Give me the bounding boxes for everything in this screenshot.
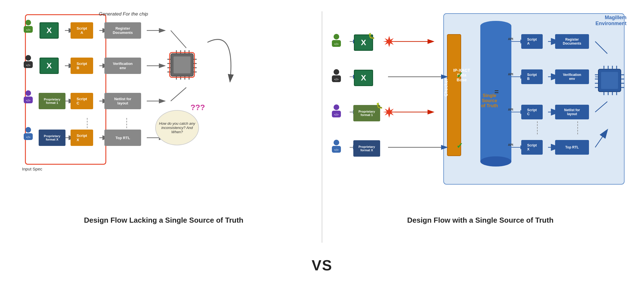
r-prop-1: Proprietaryformat 1 🐛 bbox=[353, 105, 380, 121]
r-output-verif-env: Verificationenv bbox=[555, 69, 589, 84]
r-person-2: </> bbox=[330, 69, 343, 84]
single-source-label: SingleSourceof Truth bbox=[475, 93, 504, 108]
question-marks: ??? bbox=[190, 103, 205, 112]
output-netlist: Netlist forlayout bbox=[104, 93, 141, 109]
api-4: API bbox=[508, 143, 513, 146]
prop-format-x: Proprietaryformat X bbox=[39, 130, 65, 146]
prop-format-1: Proprietaryformat 1 bbox=[39, 93, 65, 109]
svg-rect-35 bbox=[174, 56, 190, 73]
generated-label: Generated For the chip bbox=[99, 11, 148, 17]
output-verification-env: Verificationenv bbox=[104, 58, 141, 74]
left-diagram: Generated For the chip </> X Script A Re… bbox=[11, 11, 316, 214]
svg-text:</>: </> bbox=[26, 64, 30, 67]
right-title: Design Flow with a Single Source of Trut… bbox=[328, 216, 633, 225]
burst-1 bbox=[383, 35, 395, 49]
svg-text:</>: </> bbox=[26, 28, 30, 32]
equal-sign: = bbox=[494, 87, 499, 96]
svg-point-84 bbox=[334, 34, 339, 40]
api-3: API bbox=[508, 108, 513, 111]
r-output-top-rtl: Top RTL bbox=[555, 140, 589, 155]
r-prop-x: Proprietaryformat X bbox=[353, 140, 380, 157]
svg-text:</>: </> bbox=[26, 135, 30, 139]
right-panel: MagillemEnvironment IP-XACTDataBase Chec… bbox=[322, 6, 638, 248]
left-panel: Generated For the chip </> X Script A Re… bbox=[6, 6, 322, 248]
script-b: ScriptB bbox=[71, 58, 93, 74]
excel-1: X bbox=[40, 22, 59, 39]
chip-left bbox=[165, 48, 199, 83]
svg-line-77 bbox=[595, 130, 607, 147]
svg-text:</>: </> bbox=[334, 148, 339, 152]
svg-text:</>: </> bbox=[334, 78, 339, 81]
svg-line-16 bbox=[171, 30, 186, 48]
svg-rect-61 bbox=[447, 34, 461, 156]
api-2: API bbox=[508, 73, 513, 76]
checker-label: Checker bbox=[444, 45, 449, 130]
r-script-a: ScriptA bbox=[521, 34, 543, 49]
excel-2: X bbox=[40, 58, 59, 74]
person-3: </> bbox=[22, 90, 34, 106]
question-bubble: How do you catch any inconsistency? And … bbox=[155, 110, 199, 145]
svg-point-25 bbox=[25, 55, 31, 61]
r-script-x: ScriptX bbox=[521, 140, 543, 155]
svg-point-22 bbox=[25, 20, 31, 25]
vs-section: VS bbox=[0, 254, 644, 277]
input-spec-label: Input Spec bbox=[22, 167, 42, 171]
r-excel-2: X bbox=[354, 70, 373, 86]
svg-text:</>: </> bbox=[26, 99, 30, 102]
checkmark-4: ✓ bbox=[456, 141, 463, 150]
svg-rect-99 bbox=[601, 72, 618, 89]
svg-point-60 bbox=[480, 156, 511, 167]
svg-text:</>: </> bbox=[334, 42, 339, 46]
svg-marker-94 bbox=[383, 106, 395, 118]
main-container: Generated For the chip </> X Script A Re… bbox=[0, 0, 644, 254]
script-c: ScriptC bbox=[71, 93, 93, 109]
svg-point-31 bbox=[25, 127, 31, 133]
svg-line-74 bbox=[595, 41, 607, 54]
svg-rect-3 bbox=[25, 15, 106, 164]
script-x: ScriptX bbox=[71, 130, 93, 146]
svg-point-95 bbox=[334, 140, 339, 145]
r-person-1: </> bbox=[330, 33, 343, 49]
person-2: </> bbox=[22, 54, 34, 70]
svg-point-28 bbox=[25, 90, 31, 96]
r-script-c: ScriptC bbox=[521, 105, 543, 119]
svg-marker-87 bbox=[383, 36, 395, 47]
checkmark-2: ✓ bbox=[456, 71, 463, 80]
r-output-netlist: Netlist forlayout bbox=[555, 105, 589, 119]
person-4: </> bbox=[22, 126, 34, 142]
burst-3 bbox=[383, 106, 395, 119]
svg-point-88 bbox=[334, 69, 339, 75]
output-register-docs: RegisterDocuments bbox=[104, 22, 141, 39]
right-diagram: MagillemEnvironment IP-XACTDataBase Chec… bbox=[328, 11, 633, 214]
svg-point-91 bbox=[334, 104, 339, 110]
svg-text:</>: </> bbox=[334, 113, 339, 116]
script-a: Script A bbox=[71, 22, 93, 39]
svg-point-58 bbox=[480, 21, 511, 31]
r-excel-1: X 🐛 bbox=[354, 34, 373, 51]
chip-right bbox=[593, 64, 627, 98]
r-script-b: ScriptB bbox=[521, 69, 543, 84]
r-person-4: </> bbox=[330, 139, 343, 155]
svg-line-18 bbox=[171, 87, 186, 101]
output-top-rtl: Top RTL bbox=[104, 130, 141, 146]
svg-line-76 bbox=[595, 102, 607, 112]
r-person-3: </> bbox=[330, 104, 343, 120]
person-1: </> bbox=[22, 19, 34, 35]
magillem-label: MagillemEnvironment bbox=[595, 15, 627, 27]
left-svg bbox=[11, 11, 316, 214]
left-title: Design Flow Lacking a Single Source of T… bbox=[11, 216, 316, 225]
r-output-reg-docs: RegisterDocuments bbox=[555, 34, 589, 49]
api-1: API bbox=[508, 37, 513, 41]
